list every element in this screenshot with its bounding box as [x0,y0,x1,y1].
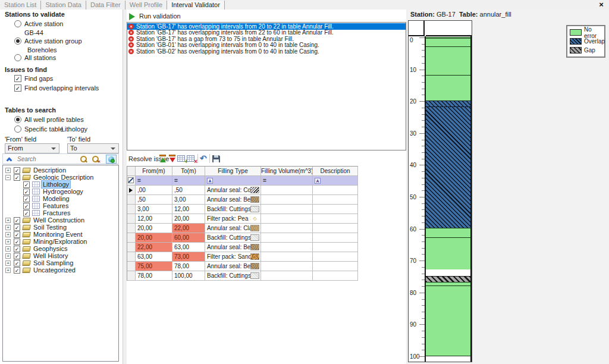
cell-filling-type[interactable]: Annular seal: Bent [205,243,261,252]
filter-cell-description[interactable]: A [313,176,358,186]
error-row[interactable]: Station 'GB-17' has overlapping interval… [127,23,406,30]
cell-description[interactable] [313,224,358,233]
radio-all-well-profile-tables[interactable] [14,116,21,123]
cell-filling-type[interactable]: Filter pack: Pea Sto◇ [205,214,261,224]
run-validation-button[interactable]: Run validation [139,12,181,20]
expand-icon[interactable]: + [5,232,11,237]
cell-filling-volume[interactable] [261,262,313,271]
filter-cell-from-m[interactable]: = [136,176,172,186]
row-header-cell[interactable] [127,271,136,281]
tree-checkbox[interactable] [23,189,30,195]
row-header-cell[interactable] [127,233,136,243]
tree-item-uncategorized[interactable]: +Uncategorized [3,266,118,274]
cell-from[interactable]: 12,00 [136,214,172,224]
row-header-cell[interactable] [127,262,136,271]
cell-filling-type[interactable]: Backfill: Cuttings [205,205,261,214]
tree-checkbox[interactable] [14,253,20,259]
undo-button[interactable]: ↶ [200,154,209,164]
expand-icon[interactable]: + [5,268,11,273]
cell-from[interactable]: 20,00 [136,233,172,243]
cell-description[interactable] [313,252,358,262]
expand-icon[interactable]: + [5,253,11,259]
collapse-chevron-icon[interactable] [7,158,12,164]
tree-item-features[interactable]: Features [3,202,118,209]
cell-filling-volume[interactable] [261,195,313,205]
tree-item-geophysics[interactable]: +Geophysics [3,245,118,252]
cell-to[interactable]: 100,00 [172,271,205,281]
tree-item-soil-sampling[interactable]: +Soil Sampling [3,259,118,266]
tab-station-list[interactable]: Station List [0,1,41,10]
tree-checkbox[interactable] [14,239,20,245]
tree-checkbox[interactable] [23,210,30,216]
tree-item-hydrogeology[interactable]: Hydrogeology [3,188,118,195]
checkbox-find-overlapping-intervals[interactable] [14,84,21,92]
run-validation-icon[interactable] [129,13,135,20]
tab-station-data[interactable]: Station Data [41,1,86,10]
cell-from[interactable]: ,00 [136,186,172,195]
tree-item-lithology[interactable]: Lithology [3,181,118,188]
expand-icon[interactable]: + [5,246,11,252]
column-header-filling-type[interactable]: Filling Type [205,167,261,176]
search-icon[interactable] [79,155,87,164]
from-field-combobox[interactable]: From [5,143,59,153]
radio-active-station-group[interactable] [14,37,21,45]
cell-to[interactable]: ,50 [172,186,205,195]
tree-checkbox[interactable] [14,260,20,266]
cell-description[interactable] [313,243,358,252]
search-input[interactable] [17,155,72,163]
column-header-to-m[interactable]: To(m) [172,167,205,176]
tree-item-geologic-description[interactable]: −Geologic Description [3,174,118,181]
cell-filling-type[interactable]: Annular seal: Bent [205,195,261,205]
cell-filling-volume[interactable] [261,186,313,195]
column-header-filling-volume-m-3[interactable]: Filling Volume(m^3) [261,167,313,176]
tree-checkbox[interactable] [14,267,20,274]
cell-from[interactable]: 78,00 [136,271,172,281]
cell-filling-volume[interactable] [261,271,313,281]
tree-item-modeling[interactable]: Modeling [3,195,118,202]
row-header-cell[interactable] [127,195,136,205]
cell-filling-volume[interactable] [261,252,313,262]
save-button[interactable] [212,154,221,164]
cell-to[interactable]: 20,00 [172,214,205,224]
cell-filling-volume[interactable] [261,214,313,224]
cell-filling-volume[interactable] [261,243,313,252]
cell-to[interactable]: 78,00 [172,262,205,271]
row-header-cell[interactable] [127,252,136,262]
tree-checkbox[interactable] [23,181,30,188]
cell-from[interactable]: 75,00 [136,262,172,271]
tree-item-well-construction[interactable]: +Well Construction [3,216,118,224]
tab-data-filter[interactable]: Data Filter [86,1,125,10]
cell-description[interactable] [313,262,358,271]
column-header-from-m[interactable]: From(m) [136,167,172,176]
error-row[interactable]: Station 'GB-17' has overlapping interval… [127,30,406,36]
cell-description[interactable] [313,233,358,243]
tree-item-description[interactable]: +Description [3,167,118,174]
column-header-description[interactable]: Description [313,167,358,176]
error-row[interactable]: Station 'GB-17' has a gap from 73 to 75 … [127,36,406,42]
extend-up-button[interactable] [158,154,168,164]
tree-checkbox[interactable] [14,217,20,224]
tree-item-mining-exploration[interactable]: +Mining/Exploration [3,238,118,245]
tree-checkbox[interactable] [23,203,30,209]
filter-cell-to-m[interactable]: = [172,176,205,186]
expand-icon[interactable]: + [5,239,11,244]
cell-filling-type[interactable]: Backfill: Cuttings [205,271,261,281]
to-field-combobox[interactable]: To [67,143,119,153]
cell-description[interactable] [313,214,358,224]
tree-item-soil-testing[interactable]: +Soil Testing [3,224,118,231]
checkbox-find-gaps[interactable] [14,75,21,82]
radio-active-station[interactable] [14,20,21,27]
cell-description[interactable] [313,195,358,205]
tree-item-monitoring-event[interactable]: +Monitoring Event [3,231,118,238]
cell-filling-volume[interactable] [261,233,313,243]
tree-item-well-history[interactable]: +Well History [3,252,118,259]
expand-icon[interactable]: + [5,225,11,230]
extend-down-button[interactable] [168,154,177,164]
cell-from[interactable]: 20,00 [136,224,172,233]
cell-to[interactable]: 63,00 [172,243,205,252]
row-header-cell[interactable] [127,243,136,252]
expand-icon[interactable]: + [5,218,11,223]
filter-checked-toggle[interactable] [106,155,117,164]
cell-to[interactable]: 12,00 [172,205,205,214]
cell-from[interactable]: 22,00 [136,243,172,252]
